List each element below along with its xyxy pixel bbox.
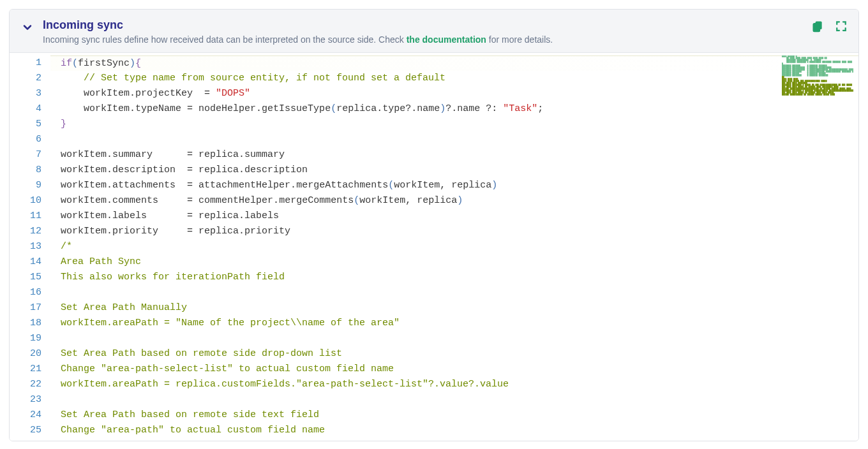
code-line[interactable]: Change "area-path" to actual custom fiel… xyxy=(50,423,858,438)
line-number: 24 xyxy=(12,408,41,423)
line-number: 4 xyxy=(12,101,41,117)
copy-icon xyxy=(811,20,824,33)
line-number: 21 xyxy=(12,362,41,377)
code-line[interactable]: Set Area Path Manually xyxy=(50,300,858,316)
line-number: 17 xyxy=(12,300,41,316)
code-line[interactable] xyxy=(50,132,858,147)
expand-icon xyxy=(835,20,847,32)
line-number: 25 xyxy=(12,423,41,438)
collapse-toggle[interactable] xyxy=(21,21,34,36)
code-line[interactable]: } xyxy=(50,117,858,132)
header-actions xyxy=(811,20,847,33)
code-line[interactable]: This also works for iterationPath field xyxy=(50,270,858,285)
copy-button[interactable] xyxy=(811,20,824,33)
line-number: 7 xyxy=(12,147,41,163)
code-line[interactable]: workItem.labels = replica.labels xyxy=(50,209,858,224)
panel-subtitle: Incoming sync rules define how received … xyxy=(43,34,802,45)
code-line[interactable]: workItem.priority = replica.priority xyxy=(50,224,858,239)
line-number: 1 xyxy=(12,55,41,71)
code-line[interactable]: workItem.projectKey = "DOPS" xyxy=(50,86,858,101)
line-number: 8 xyxy=(12,163,41,178)
code-line[interactable]: workItem.areaPath = "Name of the project… xyxy=(50,316,858,331)
code-line[interactable]: Set Area Path based on remote side drop-… xyxy=(50,346,858,362)
line-number: 10 xyxy=(12,193,41,209)
sync-rules-panel: Incoming sync Incoming sync rules define… xyxy=(9,9,859,441)
line-number: 23 xyxy=(12,392,41,408)
line-number: 15 xyxy=(12,270,41,285)
code-line[interactable]: Set Area Path based on remote side text … xyxy=(50,408,858,423)
code-editor[interactable]: 1234567891011121314151617181920212223242… xyxy=(10,53,858,441)
code-line[interactable]: Area Path Sync xyxy=(50,254,858,270)
line-number-gutter: 1234567891011121314151617181920212223242… xyxy=(10,53,50,441)
line-number: 19 xyxy=(12,331,41,346)
svg-rect-2 xyxy=(813,24,819,32)
code-line[interactable]: if(firstSync){ xyxy=(50,55,858,71)
line-number: 16 xyxy=(12,285,41,300)
subtitle-post: for more details. xyxy=(486,34,553,45)
code-line[interactable] xyxy=(50,285,858,300)
code-line[interactable]: workItem.summary = replica.summary xyxy=(50,147,858,163)
code-line[interactable]: workItem.typeName = nodeHelper.getIssueT… xyxy=(50,101,858,117)
panel-header: Incoming sync Incoming sync rules define… xyxy=(10,10,858,53)
line-number: 2 xyxy=(12,71,41,86)
code-line[interactable]: workItem.comments = commentHelper.mergeC… xyxy=(50,193,858,209)
line-number: 9 xyxy=(12,178,41,193)
line-number: 6 xyxy=(12,132,41,147)
line-number: 22 xyxy=(12,377,41,392)
code-line[interactable]: workItem.description = replica.descripti… xyxy=(50,163,858,178)
fullscreen-button[interactable] xyxy=(835,20,847,32)
code-line[interactable]: // Set type name from source entity, if … xyxy=(50,71,858,86)
code-line[interactable] xyxy=(50,331,858,346)
line-number: 12 xyxy=(12,224,41,239)
code-line[interactable]: workItem.areaPath = replica.customFields… xyxy=(50,377,858,392)
code-line[interactable]: workItem.attachments = attachmentHelper.… xyxy=(50,178,858,193)
line-number: 13 xyxy=(12,239,41,254)
code-line[interactable]: /* xyxy=(50,239,858,254)
line-number: 5 xyxy=(12,117,41,132)
subtitle-pre: Incoming sync rules define how received … xyxy=(43,34,407,45)
code-content[interactable]: if(firstSync){ // Set type name from sou… xyxy=(50,53,858,441)
header-text: Incoming sync Incoming sync rules define… xyxy=(43,18,802,45)
line-number: 18 xyxy=(12,316,41,331)
line-number: 11 xyxy=(12,209,41,224)
code-line[interactable] xyxy=(50,392,858,408)
line-number: 20 xyxy=(12,346,41,362)
code-line[interactable]: Change "area-path-select-list" to actual… xyxy=(50,362,858,377)
panel-title: Incoming sync xyxy=(43,18,802,32)
chevron-down-icon xyxy=(21,21,34,34)
line-number: 3 xyxy=(12,86,41,101)
line-number: 14 xyxy=(12,254,41,270)
documentation-link[interactable]: the documentation xyxy=(407,34,486,45)
